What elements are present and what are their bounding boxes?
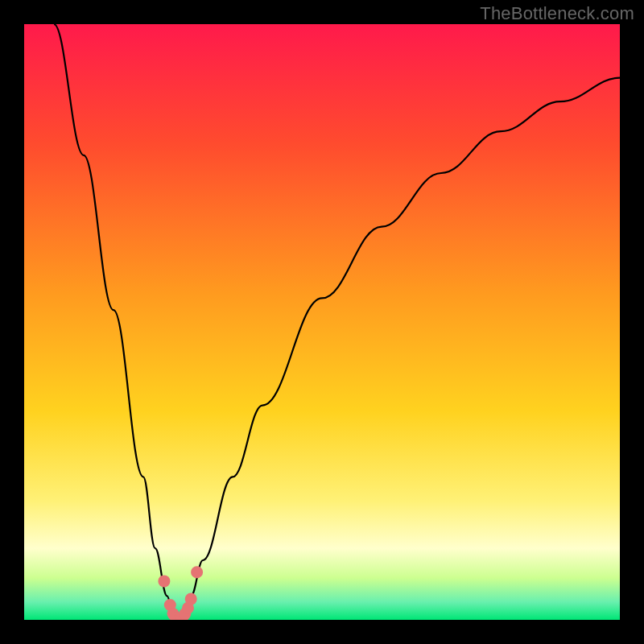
marker-point [185,593,197,605]
plot-area [24,24,620,620]
curve-layer [24,24,620,620]
watermark-text: TheBottleneck.com [480,3,634,24]
marker-point [158,575,170,587]
outer-frame: TheBottleneck.com [0,0,644,644]
marker-point [191,566,203,578]
bottleneck-curve [54,24,620,620]
